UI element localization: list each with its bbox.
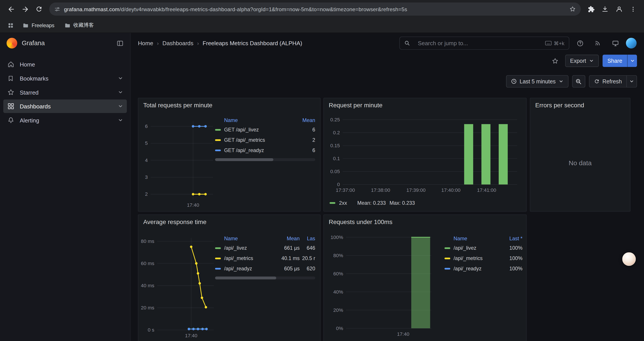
legend-scrollbar[interactable] (215, 276, 315, 279)
bookmark-page-button[interactable] (567, 3, 578, 15)
series-swatch (215, 257, 221, 259)
help-button[interactable] (573, 36, 587, 50)
legend-header-row: Name Mean Las (215, 235, 315, 243)
url-text[interactable]: grafana.mathmast.com/d/deytv4rwavabkb/fr… (64, 6, 567, 12)
chevron-down-icon (630, 58, 634, 63)
time-range-picker[interactable]: Last 5 minutes (506, 75, 568, 88)
sidebar-item-alerting[interactable]: Alerting (3, 113, 127, 127)
legend-header-row: Name Last * (444, 235, 522, 243)
sidebar-item-bookmarks[interactable]: Bookmarks (3, 72, 127, 85)
grafana-logo[interactable] (6, 38, 17, 49)
series-name[interactable]: /api/_livez (224, 245, 275, 251)
refresh-split-button: Refresh (589, 75, 637, 88)
search-input[interactable] (417, 40, 542, 47)
export-button[interactable]: Export (565, 55, 599, 67)
bookmark-folder-freeleaps[interactable]: Freeleaps (19, 20, 58, 31)
assistant-avatar[interactable] (622, 252, 636, 266)
legend-scrollbar[interactable] (215, 158, 315, 161)
reload-button[interactable] (32, 2, 46, 16)
series-mean: 2 (292, 137, 315, 143)
sidebar-item-label: Home (20, 61, 35, 68)
avg-response-time-chart[interactable]: 80 ms60 ms40 ms20 ms0 s17:40 (140, 233, 216, 341)
series-name[interactable]: 2xx (339, 200, 347, 206)
legend-row: /api/_readyz 605 µs 620 (215, 263, 315, 274)
legend-col-name[interactable]: Name (215, 236, 275, 242)
search-box[interactable]: ⌘+k (400, 37, 569, 50)
series-swatch (215, 149, 221, 151)
series-name[interactable]: GET /api/_metrics (224, 137, 292, 143)
scrollbar-thumb[interactable] (215, 276, 276, 279)
scrollbar-thumb[interactable] (215, 158, 273, 161)
panel-title[interactable]: Total requests per minute (138, 98, 320, 110)
downloads-button[interactable] (598, 2, 612, 16)
series-name[interactable]: /api/_readyz (224, 266, 275, 271)
panel-title[interactable]: Average response time (138, 215, 320, 227)
forward-icon (21, 5, 29, 13)
chevron-down-icon[interactable] (118, 76, 123, 81)
svg-text:3: 3 (145, 174, 148, 180)
sidebar-item-dashboards[interactable]: Dashboards (3, 99, 127, 113)
legend-table: Name Mean Las /api/_livez 661 µs 646 (212, 235, 315, 279)
series-name[interactable]: /api/_metrics (454, 255, 496, 261)
screen: grafana.mathmast.com/d/deytv4rwavabkb/fr… (0, 0, 644, 341)
news-button[interactable] (591, 36, 605, 50)
breadcrumb-home[interactable]: Home (138, 40, 153, 47)
browser-profile-button[interactable] (612, 2, 626, 16)
legend-col-mean[interactable]: Mean (292, 118, 315, 123)
series-name[interactable]: /api/_metrics (224, 255, 275, 261)
svg-text:0.2: 0.2 (333, 130, 340, 135)
kiosk-mode-button[interactable] (608, 36, 622, 50)
legend-col-name[interactable]: Name (215, 118, 292, 123)
series-name[interactable]: /api/_livez (454, 245, 496, 251)
back-button[interactable] (4, 2, 18, 16)
sidebar-collapse-button[interactable] (116, 40, 124, 47)
svg-text:17:39:00: 17:39:00 (406, 187, 426, 193)
legend-col-name[interactable]: Name (444, 236, 496, 242)
requests-under-100ms-chart[interactable]: 100%80%60%40%20%0%17:40 (327, 231, 435, 340)
bookmark-folder-blogs[interactable]: 收藏博客 (60, 20, 98, 31)
search-icon (404, 40, 410, 46)
refresh-interval-button[interactable] (626, 75, 637, 88)
address-bar[interactable]: grafana.mathmast.com/d/deytv4rwavabkb/fr… (49, 3, 581, 16)
total-requests-chart[interactable]: 6543217:40 (141, 115, 216, 211)
chevron-down-icon[interactable] (118, 118, 123, 123)
legend-col-mean[interactable]: Mean (275, 236, 300, 242)
breadcrumb-dashboards[interactable]: Dashboards (162, 40, 193, 47)
apps-shortcut-button[interactable] (5, 20, 16, 31)
legend-col-last[interactable]: Last * (496, 236, 522, 242)
panel-title[interactable]: Request per minute (324, 98, 526, 110)
sidebar: Grafana Home Bookmarks Starred (0, 33, 130, 341)
request-per-minute-chart[interactable]: 0.250.20.150.10.05017:37:0017:38:0017:39… (327, 113, 524, 200)
browser-menu-button[interactable] (626, 2, 640, 16)
series-name[interactable]: /api/_readyz (454, 266, 496, 271)
refresh-icon (594, 79, 600, 84)
user-avatar[interactable] (626, 38, 637, 49)
refresh-button[interactable]: Refresh (589, 75, 626, 88)
series-name[interactable]: GET /api/_readyz (224, 147, 292, 153)
home-icon (7, 61, 14, 68)
favorite-dashboard-button[interactable] (549, 55, 561, 67)
panel-title[interactable]: Errors per second (530, 98, 630, 110)
zoom-out-time-button[interactable] (572, 75, 585, 88)
panel-errors-per-second: Errors per second No data (530, 98, 630, 212)
series-mean: 6 (292, 147, 315, 153)
series-name[interactable]: GET /api/_livez (224, 127, 292, 133)
legend-col-last[interactable]: Las (300, 236, 315, 242)
brand-title: Grafana (22, 40, 112, 47)
share-button-label: Share (608, 58, 622, 64)
back-icon (7, 5, 15, 13)
share-button[interactable]: Share (602, 55, 627, 67)
chevron-down-icon[interactable] (118, 90, 123, 95)
panel-title[interactable]: Requests under 100ms (324, 215, 526, 227)
share-menu-button[interactable] (627, 55, 637, 67)
breadcrumb-current: Freeleaps Metrics Dashboard (ALPHA) (202, 40, 302, 47)
series-mean: Mean: 0.233 (357, 200, 386, 206)
series-swatch (215, 129, 221, 130)
folder-icon (22, 22, 29, 28)
forward-button[interactable] (18, 2, 32, 16)
extensions-button[interactable] (584, 2, 598, 16)
site-settings-icon[interactable] (54, 6, 60, 12)
sidebar-item-starred[interactable]: Starred (3, 85, 127, 99)
chevron-down-icon[interactable] (118, 104, 123, 109)
sidebar-item-home[interactable]: Home (3, 58, 127, 71)
